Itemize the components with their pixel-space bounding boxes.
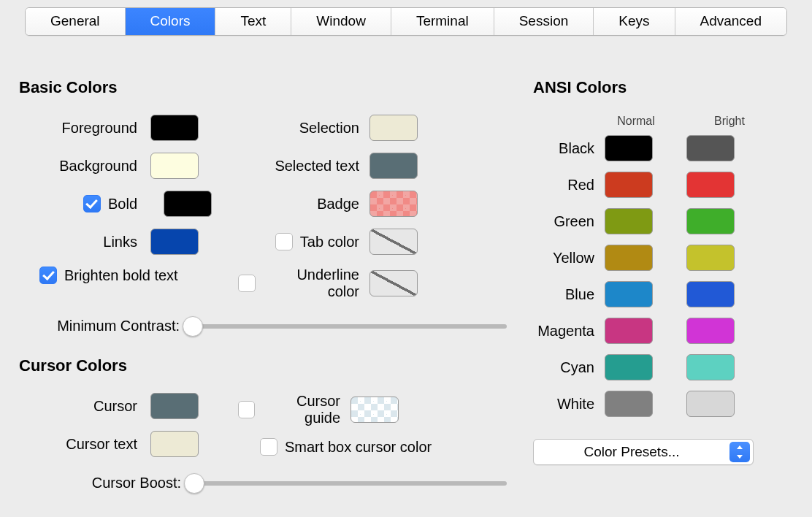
ansi-row-red: Red — [533, 172, 787, 198]
smart-box-label: Smart box cursor color — [285, 439, 432, 456]
ansi-bright-swatch[interactable] — [686, 354, 735, 380]
selection-label: Selection — [238, 120, 369, 137]
slider-thumb-icon[interactable] — [184, 473, 204, 494]
ansi-normal-header: Normal — [606, 115, 666, 128]
cursor-guide-checkbox[interactable] — [238, 401, 255, 418]
cursor-text-label: Cursor text — [19, 436, 150, 453]
ansi-colors-heading: ANSI Colors — [533, 78, 787, 97]
ansi-label: Red — [533, 177, 605, 194]
ansi-bright-swatch[interactable] — [686, 318, 735, 344]
ansi-normal-swatch[interactable] — [605, 354, 653, 380]
background-label: Background — [19, 158, 150, 175]
ansi-row-magenta: Magenta — [533, 318, 787, 344]
ansi-row-cyan: Cyan — [533, 354, 787, 380]
ansi-bright-swatch[interactable] — [686, 208, 735, 234]
underline-color-label: Underline color — [263, 267, 359, 300]
bold-swatch[interactable] — [164, 191, 212, 217]
ansi-bright-header: Bright — [700, 115, 759, 128]
brighten-checkbox[interactable] — [39, 267, 57, 284]
tab-session[interactable]: Session — [494, 8, 594, 35]
dropdown-arrows-icon — [729, 442, 750, 462]
tab-color-swatch[interactable] — [369, 229, 418, 255]
ansi-normal-swatch[interactable] — [605, 208, 653, 234]
ansi-row-black: Black — [533, 135, 787, 161]
ansi-label: White — [533, 396, 605, 413]
tab-advanced[interactable]: Advanced — [675, 8, 787, 35]
tab-color-checkbox[interactable] — [275, 233, 293, 250]
ansi-label: Yellow — [533, 250, 605, 267]
cursor-colors-heading: Cursor Colors — [19, 356, 530, 375]
brighten-label: Brighten bold text — [64, 267, 178, 284]
cursor-guide-label: Cursor guide — [262, 393, 340, 426]
ansi-bright-swatch[interactable] — [686, 281, 735, 307]
ansi-label: Black — [533, 140, 605, 157]
tab-general[interactable]: General — [26, 8, 126, 35]
ansi-label: Green — [533, 213, 605, 230]
tab-color-label: Tab color — [300, 234, 359, 250]
ansi-row-green: Green — [533, 208, 787, 234]
badge-label: Badge — [238, 196, 369, 212]
underline-color-swatch[interactable] — [369, 270, 418, 296]
ansi-label: Cyan — [533, 359, 605, 376]
tab-keys[interactable]: Keys — [594, 8, 675, 35]
ansi-label: Blue — [533, 286, 605, 303]
tab-colors[interactable]: Colors — [126, 8, 216, 35]
ansi-bright-swatch[interactable] — [686, 245, 735, 271]
ansi-bright-swatch[interactable] — [686, 172, 735, 198]
selection-swatch[interactable] — [369, 115, 418, 141]
links-swatch[interactable] — [150, 229, 199, 255]
foreground-swatch[interactable] — [150, 115, 199, 141]
foreground-label: Foreground — [19, 120, 150, 137]
tab-bar: GeneralColorsTextWindowTerminalSessionKe… — [25, 7, 787, 36]
color-presets-label: Color Presets... — [534, 444, 729, 460]
tab-terminal[interactable]: Terminal — [391, 8, 494, 35]
ansi-normal-swatch[interactable] — [605, 245, 653, 271]
bold-label: Bold — [108, 196, 137, 212]
ansi-row-blue: Blue — [533, 281, 787, 307]
cursor-boost-slider[interactable] — [188, 481, 507, 486]
ansi-normal-swatch[interactable] — [605, 172, 653, 198]
bold-checkbox[interactable] — [83, 195, 101, 212]
ansi-bright-swatch[interactable] — [686, 135, 735, 161]
cursor-boost-label: Cursor Boost: — [19, 475, 188, 491]
smart-box-checkbox[interactable] — [260, 438, 277, 456]
min-contrast-label: Minimum Contrast: — [19, 318, 187, 334]
ansi-normal-swatch[interactable] — [605, 391, 653, 417]
cursor-label: Cursor — [19, 398, 150, 415]
badge-swatch[interactable] — [369, 191, 418, 217]
cursor-swatch[interactable] — [150, 393, 199, 419]
min-contrast-slider[interactable] — [187, 324, 507, 329]
color-presets-dropdown[interactable]: Color Presets... — [533, 439, 754, 465]
underline-color-checkbox[interactable] — [238, 275, 256, 292]
slider-thumb-icon[interactable] — [183, 316, 203, 337]
basic-colors-heading: Basic Colors — [19, 78, 530, 97]
links-label: Links — [19, 234, 150, 250]
ansi-label: Magenta — [533, 323, 605, 340]
ansi-normal-swatch[interactable] — [605, 281, 653, 307]
background-swatch[interactable] — [150, 153, 199, 179]
selected-text-label: Selected text — [238, 158, 369, 175]
ansi-normal-swatch[interactable] — [605, 135, 653, 161]
ansi-bright-swatch[interactable] — [686, 391, 735, 417]
tab-window[interactable]: Window — [291, 8, 391, 35]
ansi-row-yellow: Yellow — [533, 245, 787, 271]
selected-text-swatch[interactable] — [369, 153, 418, 179]
ansi-row-white: White — [533, 391, 787, 417]
tab-text[interactable]: Text — [215, 8, 291, 35]
cursor-guide-swatch[interactable] — [351, 397, 399, 423]
cursor-text-swatch[interactable] — [150, 431, 199, 457]
ansi-normal-swatch[interactable] — [605, 318, 653, 344]
